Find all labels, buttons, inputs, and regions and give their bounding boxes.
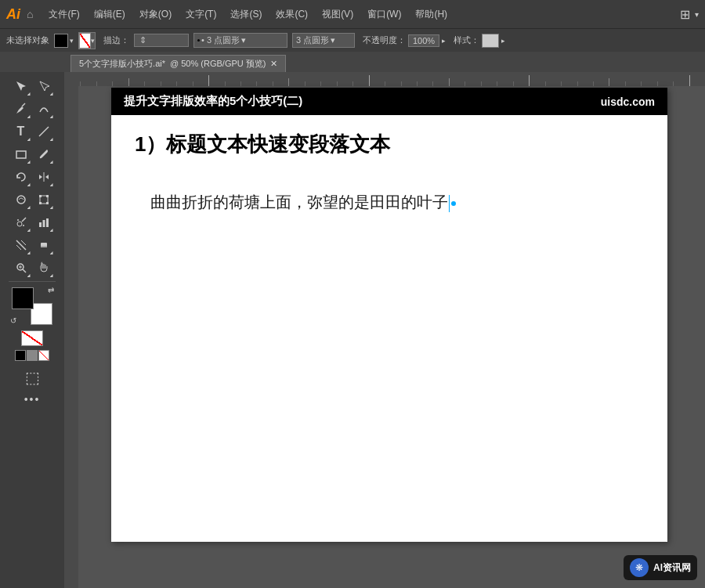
ruler-tick [208, 75, 224, 86]
menu-select[interactable]: 选择(S) [224, 5, 268, 24]
fill-dropdown-arrow: ▾ [70, 37, 74, 45]
svg-rect-7 [46, 202, 49, 204]
symbol-sprayer-tool[interactable] [10, 211, 32, 233]
opacity-value[interactable]: 100% [408, 34, 439, 47]
ruler-tick [513, 81, 529, 86]
ruler-tick [320, 81, 336, 86]
shape-dropdown-arrow: ▾ [331, 35, 335, 45]
tab-filename: 5个文字排版小技巧.ai* [79, 58, 165, 70]
ruler-tick [128, 78, 144, 86]
opacity-arrow[interactable]: ▸ [442, 37, 446, 45]
menu-file[interactable]: 文件(F) [42, 5, 85, 24]
eraser-tool[interactable] [33, 234, 55, 256]
watermark-badge: ❋ AI资讯网 [624, 555, 697, 580]
ruler-tick [240, 81, 256, 86]
white-swatch[interactable] [38, 350, 49, 361]
more-tools-icon[interactable]: ••• [24, 393, 41, 406]
style-section: 样式： ▸ [454, 34, 505, 48]
fill-swatch [54, 34, 68, 48]
gray-swatch[interactable] [27, 350, 38, 361]
warp-tool[interactable] [10, 189, 32, 211]
style-swatch[interactable] [482, 34, 499, 48]
ruler-tick [96, 81, 112, 86]
text-endpoint [451, 201, 456, 206]
ruler-tick [529, 75, 544, 86]
document-tab[interactable]: 5个文字排版小技巧.ai* @ 50% (RGB/GPU 预览) ✕ [70, 55, 286, 72]
stroke-stepper[interactable]: ⇕ [139, 35, 146, 45]
ruler-tick [417, 81, 432, 86]
canvas-area[interactable]: 提升文字排版效率的5个小技巧(二) uisdc.com 1）标题文本快速变段落文… [64, 72, 705, 588]
type-tool[interactable]: T [10, 121, 32, 142]
ruler-tick [256, 81, 272, 86]
swap-colors-icon[interactable]: ⇄ [48, 286, 54, 294]
ruler-tick [497, 81, 512, 86]
pen-tool[interactable] [10, 98, 32, 120]
line-tool[interactable] [33, 121, 55, 142]
app-logo: Ai [6, 6, 20, 23]
ruler-tick [352, 81, 368, 86]
rotate-tool[interactable] [10, 166, 32, 188]
stroke-dropdown[interactable]: ⇕ [134, 34, 189, 47]
more-icon-row: ••• [24, 390, 41, 406]
ruler-tick [305, 81, 320, 86]
tool-row-5 [10, 166, 55, 188]
fill-color-picker[interactable]: ▾ [54, 34, 74, 48]
hand-tool[interactable] [33, 257, 55, 279]
stroke-label: 描边： [103, 34, 129, 46]
tool-row-2 [10, 98, 55, 120]
ruler-tick [609, 78, 624, 86]
svg-rect-5 [46, 195, 49, 197]
zoom-tool[interactable] [10, 257, 32, 279]
free-transform-tool[interactable] [33, 189, 55, 211]
svg-rect-11 [39, 222, 42, 227]
no-fill-button[interactable]: ▾ [78, 32, 96, 49]
brush-select[interactable]: • 3 点圆形 ▾ [193, 33, 287, 48]
artboard-icon-row: ⬚ [25, 368, 40, 387]
menu-text[interactable]: 文字(T) [179, 5, 222, 24]
ruler-tick [112, 81, 128, 86]
curvature-tool[interactable] [33, 98, 55, 120]
body-text-content: 曲曲折折的荷塘上面，弥望的是田田的叶子 [150, 193, 448, 211]
color-section: ⇄ ↺ [12, 287, 52, 325]
direct-selection-tool[interactable] [33, 75, 55, 97]
style-dropdown-arrow[interactable]: ▸ [501, 37, 505, 45]
shape-label: 3 点圆形 [296, 34, 329, 46]
ruler-tick [288, 78, 304, 86]
slice-tool[interactable] [10, 234, 32, 256]
svg-point-8 [17, 222, 22, 226]
menu-window[interactable]: 窗口(W) [361, 5, 407, 24]
home-icon[interactable]: ⌂ [27, 8, 33, 20]
svg-rect-12 [42, 220, 45, 227]
menu-view[interactable]: 视图(V) [316, 5, 360, 24]
menu-effect[interactable]: 效果(C) [269, 5, 314, 24]
reset-colors-icon[interactable]: ↺ [10, 316, 16, 325]
style-label: 样式： [454, 34, 479, 46]
shape-select[interactable]: 3 点圆形 ▾ [292, 33, 355, 48]
menu-object[interactable]: 对象(O) [133, 5, 178, 24]
tab-close-button[interactable]: ✕ [270, 59, 277, 69]
svg-rect-1 [16, 151, 26, 158]
column-graph-tool[interactable] [33, 211, 55, 233]
artboard-icon[interactable]: ⬚ [25, 368, 40, 387]
document-body-text[interactable]: 曲曲折折的荷塘上面，弥望的是田田的叶子 [150, 189, 644, 215]
foreground-color-swatch[interactable] [12, 287, 34, 309]
options-bar: 未选择对象 ▾ ▾ 描边： ⇕ • 3 点圆形 ▾ 3 点圆形 ▾ 不透明度： … [0, 28, 705, 52]
selection-tool[interactable] [10, 75, 32, 97]
no-stroke-icon[interactable] [21, 330, 43, 346]
artboard[interactable]: 提升文字排版效率的5个小技巧(二) uisdc.com 1）标题文本快速变段落文… [111, 88, 667, 542]
menu-right: ⊞ ▾ [680, 7, 699, 22]
ruler-tick [689, 75, 705, 86]
brush-dot [197, 39, 200, 41]
menu-items: 文件(F) 编辑(E) 对象(O) 文字(T) 选择(S) 效果(C) 视图(V… [42, 5, 680, 24]
mirror-tool[interactable] [33, 166, 55, 188]
black-swatch[interactable] [15, 350, 26, 361]
background-color-swatch[interactable] [31, 303, 52, 325]
workspace-grid-icon[interactable]: ⊞ [680, 7, 690, 22]
rectangle-tool[interactable] [10, 143, 32, 165]
ruler-tick [401, 81, 417, 86]
menu-help[interactable]: 帮助(H) [409, 5, 454, 24]
tool-row-9 [10, 257, 55, 279]
paintbrush-tool[interactable] [33, 143, 55, 165]
menu-edit[interactable]: 编辑(E) [88, 5, 132, 24]
workspace-dropdown-arrow[interactable]: ▾ [695, 10, 699, 19]
